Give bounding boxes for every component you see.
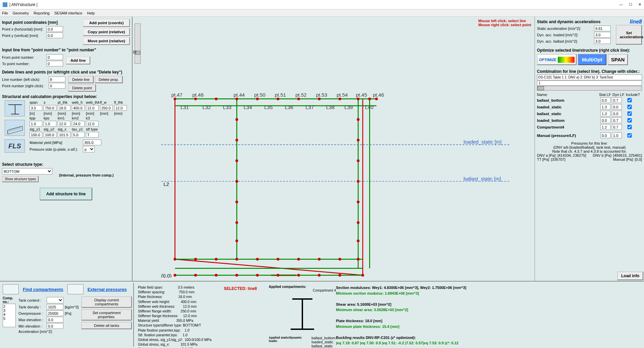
- menu-help[interactable]: Help: [87, 11, 95, 15]
- from-label: From point number:: [2, 55, 45, 59]
- delete-point-button[interactable]: Delete point: [68, 84, 96, 92]
- prop-input[interactable]: [44, 121, 56, 127]
- prop-input[interactable]: [72, 105, 85, 111]
- maxelev-input[interactable]: [47, 317, 63, 322]
- overpressure-input[interactable]: [47, 310, 63, 316]
- geometry-plot[interactable]: loaded_static [m] ballast_static [m]: [139, 30, 531, 278]
- svg-text:L37: L37: [305, 104, 314, 110]
- prop-input[interactable]: [44, 105, 56, 111]
- svg-text:pt.46: pt.46: [373, 92, 384, 98]
- span-button[interactable]: SPAN: [608, 54, 628, 65]
- combo-include-check[interactable]: [625, 111, 635, 116]
- density-input[interactable]: [47, 304, 63, 310]
- combo-include-check[interactable]: [625, 105, 635, 109]
- prop-input[interactable]: [44, 132, 56, 138]
- combo-stat-input[interactable]: [600, 111, 610, 116]
- external-pressures-link[interactable]: External pressures: [88, 287, 127, 292]
- copy-point-button[interactable]: Copy point (relative): [83, 28, 130, 36]
- pointnum-input[interactable]: [49, 83, 65, 89]
- combo-dyn-input[interactable]: [612, 124, 622, 130]
- prop-input[interactable]: [58, 121, 70, 127]
- menu-geometry[interactable]: Geometry: [13, 11, 29, 15]
- prop-input[interactable]: [30, 132, 42, 138]
- svg-point-59: [361, 274, 364, 277]
- menu-file[interactable]: File: [2, 11, 8, 15]
- combo-dyn-input[interactable]: [612, 117, 622, 123]
- multiopt-button[interactable]: MultiOpt: [578, 54, 606, 65]
- prop-input[interactable]: [86, 121, 99, 127]
- linenum-input[interactable]: [49, 77, 65, 82]
- static-acc-input[interactable]: [594, 26, 611, 31]
- optimize-button[interactable]: OPTIMIZE: [537, 54, 577, 65]
- show-types-button[interactable]: Show structure types: [2, 176, 39, 182]
- svg-point-37: [357, 180, 359, 183]
- prop-input[interactable]: [86, 105, 99, 111]
- prop-input[interactable]: [72, 132, 85, 138]
- find-compartments-link[interactable]: Find compartments: [23, 287, 63, 292]
- minelev-input[interactable]: [47, 323, 63, 329]
- svg-point-30: [235, 201, 238, 203]
- svg-text:L2: L2: [163, 181, 169, 187]
- prop-input[interactable]: [114, 105, 127, 111]
- pside-select[interactable]: p: [83, 146, 95, 152]
- prop-input[interactable]: [30, 121, 42, 127]
- compartments-icon: [3, 284, 19, 294]
- combo-dyn-input[interactable]: [612, 111, 622, 116]
- tank-content-select[interactable]: [47, 297, 63, 303]
- combo-stat-input[interactable]: [600, 117, 610, 123]
- svg-point-47: [297, 258, 300, 260]
- add-line-button[interactable]: Add line: [66, 56, 90, 64]
- dyn-loaded-input[interactable]: [594, 32, 611, 38]
- linenum-label: Line number (left click):: [2, 78, 47, 82]
- applied-loads: ballast_bottomloaded_staticballast_stati…: [311, 336, 336, 348]
- svg-point-39: [357, 221, 359, 224]
- prop-input[interactable]: [58, 105, 70, 111]
- prop-input[interactable]: [100, 105, 113, 111]
- manual-lf-input[interactable]: [612, 133, 622, 138]
- px-input[interactable]: [46, 26, 63, 32]
- combo-dyn-input[interactable]: [612, 97, 622, 103]
- delete-line-button[interactable]: Delete line: [68, 76, 94, 83]
- svg-text:L33: L33: [223, 104, 232, 110]
- add-point-button[interactable]: Add point (coords): [83, 19, 130, 27]
- combo-slider[interactable]: [537, 86, 642, 91]
- yield-input[interactable]: [83, 140, 101, 145]
- to-input[interactable]: [46, 61, 63, 66]
- comp-list[interactable]: 2345: [3, 304, 16, 327]
- delete-tanks-button[interactable]: Delete all tanks: [81, 322, 132, 329]
- svg-point-36: [357, 159, 359, 162]
- combo-stat-input[interactable]: [600, 124, 610, 130]
- set-comp-button[interactable]: Set compartment properties.: [81, 309, 132, 320]
- plate-icon: [5, 120, 25, 136]
- combo-include-check[interactable]: [625, 125, 635, 129]
- combo-stat-input[interactable]: [600, 104, 610, 110]
- svg-text:L7: L7: [262, 277, 268, 278]
- combo-include-check[interactable]: [625, 118, 635, 122]
- minimize-icon[interactable]: ―: [619, 2, 623, 7]
- close-icon[interactable]: ✕: [638, 2, 641, 7]
- combo-stat-input[interactable]: [600, 97, 610, 103]
- svg-point-31: [235, 221, 238, 224]
- prop-input[interactable]: [58, 132, 70, 138]
- combo-include-check[interactable]: [625, 98, 635, 102]
- svg-text:ballast_static [m]: ballast_static [m]: [463, 176, 501, 182]
- prop-input[interactable]: [30, 105, 42, 111]
- load-info-button[interactable]: Load info: [617, 271, 643, 280]
- struct-type-select[interactable]: BOTTOM: [2, 168, 52, 175]
- menu-reporting[interactable]: Reporting: [34, 11, 50, 15]
- dyn-ballast-input[interactable]: [594, 38, 611, 44]
- display-comp-button[interactable]: Display current compartments: [81, 296, 132, 308]
- set-accel-button[interactable]: Set accelerations: [616, 25, 642, 45]
- manual-include-check[interactable]: [625, 133, 635, 138]
- from-input[interactable]: [46, 54, 63, 60]
- prop-input[interactable]: [72, 121, 85, 127]
- delete-prop-button[interactable]: Delete prop.: [95, 76, 123, 83]
- combo-dyn-input[interactable]: [612, 104, 622, 110]
- maximize-icon[interactable]: ☐: [629, 2, 632, 7]
- py-input[interactable]: [46, 33, 63, 38]
- add-structure-button[interactable]: Add structure to line: [40, 188, 92, 200]
- prop-input[interactable]: [86, 132, 99, 138]
- move-point-button[interactable]: Move point (relative): [83, 37, 130, 45]
- manual-p-input[interactable]: [600, 133, 610, 138]
- menu-sesam[interactable]: SESAM interface: [54, 11, 83, 15]
